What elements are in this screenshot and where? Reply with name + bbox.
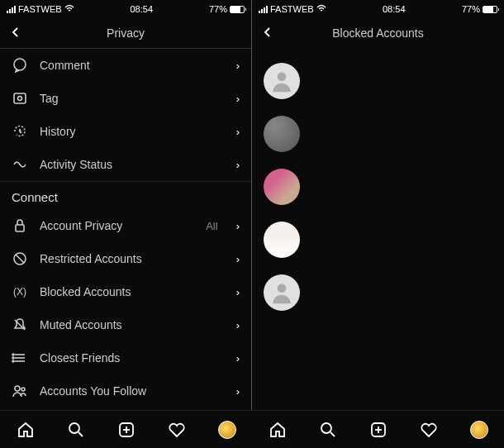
blocked-account-row[interactable] [264,213,492,266]
nav-activity[interactable] [419,420,439,440]
nav-activity[interactable] [167,420,187,440]
svg-point-16 [21,388,25,391]
header: Privacy [0,18,251,48]
svg-point-17 [278,72,287,81]
item-label: Muted Accounts [40,318,225,331]
svg-point-14 [12,360,14,362]
activity-icon [12,156,28,173]
svg-line-6 [16,255,24,263]
item-closest[interactable]: Closest Friends › [0,341,251,374]
item-label: Activity Status [40,158,225,171]
svg-line-25 [330,432,335,436]
back-button[interactable] [10,25,21,42]
restricted-icon [12,250,28,267]
svg-point-13 [12,357,14,359]
nav-home[interactable] [268,420,288,440]
battery-pct: 77% [462,4,480,14]
item-history[interactable]: + History › [0,115,251,148]
svg-point-19 [69,423,79,433]
item-label: Account Privacy [40,219,194,232]
blocked-account-row[interactable] [264,160,492,213]
chevron-right-icon: › [236,286,240,298]
item-follow[interactable]: Accounts You Follow › [0,374,251,407]
history-icon: + [12,123,28,140]
item-account-privacy[interactable]: Account Privacy All › [0,209,251,242]
tag-icon [12,90,28,107]
profile-avatar-icon [218,421,236,439]
time-label: 08:54 [131,4,154,14]
item-value: All [206,220,217,232]
chevron-right-icon: › [236,385,240,398]
blocked-account-row[interactable] [264,55,492,107]
item-comment[interactable]: Comment › [0,48,251,82]
lock-icon [12,217,28,234]
item-label: Accounts You Follow [40,384,225,398]
battery-pct: 77% [209,4,227,14]
wifi-icon [316,4,326,14]
avatar [264,222,300,258]
item-label: Restricted Accounts [40,252,225,265]
chevron-right-icon: › [236,352,240,365]
chevron-right-icon: › [236,319,240,331]
item-blocked[interactable]: (X) Blocked Accounts › [0,275,251,308]
item-label: Tag [40,92,225,105]
avatar [264,169,300,205]
chevron-right-icon: › [236,253,240,265]
avatar [264,116,300,152]
nav-search[interactable] [318,420,338,440]
bottom-nav [0,410,504,448]
item-label: Blocked Accounts [40,285,225,298]
svg-point-24 [321,423,331,433]
nav-add[interactable] [368,420,388,440]
svg-rect-4 [16,225,24,231]
nav-add[interactable] [116,420,136,440]
back-button[interactable] [262,25,273,42]
item-label: History [40,125,225,138]
status-bar: FASTWEB 08:54 77% [0,0,251,18]
blocked-account-row[interactable] [264,266,492,319]
blocked-account-row[interactable] [264,107,492,160]
chevron-right-icon: › [236,93,240,105]
header: Blocked Accounts [252,18,504,48]
battery-icon [483,6,497,13]
signal-icon [7,6,16,13]
svg-point-2 [18,97,22,101]
nav-profile[interactable] [217,420,237,440]
svg-rect-1 [14,93,26,103]
closest-icon [12,350,28,366]
blocked-icon: (X) [12,284,28,300]
item-activity[interactable]: Activity Status › [0,148,251,181]
chevron-right-icon: › [236,159,240,171]
nav-profile[interactable] [469,420,489,440]
comment-icon [12,57,28,74]
profile-avatar-icon [470,421,488,439]
avatar [264,63,300,99]
page-title: Blocked Accounts [332,26,424,40]
muted-icon [12,317,28,333]
item-label: Comment [40,59,225,72]
svg-text:+: + [18,127,22,136]
time-label: 08:54 [383,4,406,14]
svg-point-0 [14,59,26,70]
page-title: Privacy [107,26,145,40]
item-restricted[interactable]: Restricted Accounts › [0,242,251,275]
section-connect: Connect [0,181,251,209]
chevron-right-icon: › [236,60,240,72]
svg-line-20 [78,432,83,436]
signal-icon [259,6,268,13]
item-label: Closest Friends [40,351,225,365]
nav-home[interactable] [16,420,36,440]
item-muted[interactable]: Muted Accounts › [0,308,251,341]
svg-point-12 [12,354,14,355]
carrier-label: FASTWEB [270,4,314,14]
battery-icon [230,6,245,13]
chevron-right-icon: › [236,220,240,232]
status-bar: FASTWEB 08:54 77% [252,0,504,18]
svg-point-15 [15,386,20,391]
svg-point-18 [278,284,287,293]
item-tag[interactable]: Tag › [0,82,251,115]
chevron-right-icon: › [236,126,240,138]
avatar [264,274,300,311]
carrier-label: FASTWEB [18,4,62,14]
nav-search[interactable] [66,420,86,440]
